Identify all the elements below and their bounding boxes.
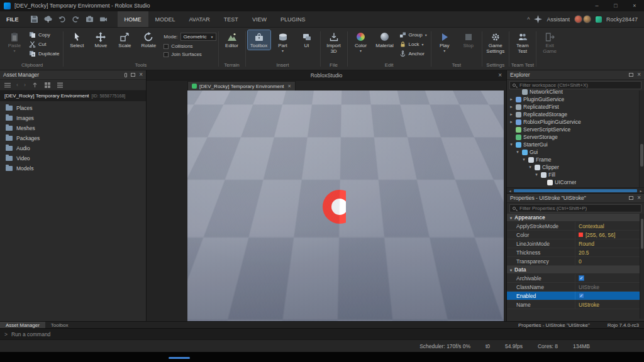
move-tool-button[interactable]: Move [89, 30, 112, 50]
scrollbar-thumb[interactable] [641, 219, 643, 249]
exit-game-button[interactable]: Exit Game [538, 30, 561, 55]
game-settings-button[interactable]: Game Settings [484, 30, 507, 55]
property-row[interactable]: ClassName UIStroke [507, 283, 644, 292]
play-button[interactable]: Play ▾ [433, 30, 456, 54]
property-value[interactable] [575, 292, 644, 300]
import-3d-button[interactable]: Import 3D [323, 30, 345, 55]
explorer-item[interactable]: ▾ Frame [507, 156, 639, 163]
scroll-right-icon[interactable]: ▸ [638, 189, 644, 193]
ui-button[interactable]: UI [296, 30, 318, 50]
expand-arrow-icon[interactable]: ▸ [509, 119, 514, 124]
color-button[interactable]: Color ▾ [350, 30, 372, 54]
property-value[interactable]: 0 [575, 257, 644, 265]
screenshot-icon[interactable] [86, 15, 94, 23]
property-value[interactable]: UIStroke [575, 300, 644, 309]
properties-vertical-scrollbar[interactable] [640, 214, 644, 319]
explorer-item[interactable]: ▸ ReplicatedFirst [507, 103, 639, 111]
join-surfaces-checkbox[interactable] [164, 52, 169, 57]
duplicate-button[interactable]: Duplicate [27, 50, 61, 58]
toolbox-button[interactable]: Toolbox [248, 30, 270, 50]
float-panel-icon[interactable] [131, 73, 135, 77]
property-value[interactable]: Round [575, 239, 644, 248]
close-icon[interactable]: × [139, 72, 143, 78]
property-value[interactable]: Contextual [575, 222, 644, 230]
undo-icon[interactable] [58, 15, 66, 23]
section-data[interactable]: ▾ Data [507, 266, 644, 274]
expand-arrow-icon[interactable]: ▾ [521, 157, 526, 162]
explorer-vertical-scrollbar[interactable] [639, 90, 644, 187]
property-value[interactable] [575, 274, 644, 282]
explorer-item[interactable]: ▾ StarterGui [507, 141, 639, 148]
group-button[interactable]: Group ▾ [397, 31, 429, 39]
checkbox[interactable] [579, 293, 584, 299]
asset-folder-item[interactable]: Meshes [0, 123, 146, 133]
asset-folder-item[interactable]: Video [0, 153, 146, 163]
select-tool-button[interactable]: Select [65, 30, 88, 50]
maximize-button[interactable]: □ [606, 0, 625, 11]
document-tab[interactable]: [DEV_Rocky] Temporary Environment × [187, 81, 296, 90]
explorer-item[interactable]: ▸ RobloxPluginGuiService [507, 118, 639, 126]
forward-icon[interactable]: › [24, 82, 26, 88]
copy-button[interactable]: Copy [27, 31, 61, 39]
ribbon-tab[interactable]: AVATAR [182, 11, 217, 27]
close-icon[interactable]: × [288, 83, 291, 89]
explorer-item[interactable]: ServerStorage [507, 133, 639, 141]
assistant-label[interactable]: Assistant [547, 16, 570, 23]
property-row[interactable]: Color [255, 66, 56] [507, 231, 644, 239]
lock-button[interactable]: Lock ▾ [397, 40, 429, 48]
ribbon-tab[interactable]: PLUGINS [274, 11, 313, 27]
redo-icon[interactable] [72, 15, 80, 23]
cut-button[interactable]: Cut [27, 40, 61, 48]
scroll-left-icon[interactable]: ◂ [507, 189, 513, 193]
material-button[interactable]: Material [374, 30, 396, 50]
save-icon[interactable] [30, 15, 38, 23]
ribbon-tab[interactable]: TEST [217, 11, 245, 27]
join-surfaces-checkbox-row[interactable]: Join Surfaces [164, 52, 216, 57]
property-row[interactable]: Thickness 20.5 [507, 248, 644, 257]
close-icon[interactable]: × [498, 70, 502, 80]
list-view-icon[interactable] [57, 82, 64, 89]
pin-icon[interactable] [125, 73, 127, 77]
property-value[interactable]: UIStroke [575, 283, 644, 291]
explorer-item[interactable]: ▸ ReplicatedStorage [507, 111, 639, 118]
collapse-ribbon-icon[interactable]: ^ [527, 16, 530, 23]
record-video-icon[interactable] [99, 15, 108, 23]
property-row[interactable]: ApplyStrokeMode Contextual [507, 222, 644, 231]
collaborator-avatar[interactable] [583, 15, 591, 23]
file-menu-button[interactable]: FILE [0, 11, 25, 27]
expand-arrow-icon[interactable]: ▾ [534, 172, 539, 177]
ribbon-tab[interactable]: HOME [118, 11, 148, 27]
asset-folder-item[interactable]: Audio [0, 143, 146, 153]
rotate-tool-button[interactable]: Rotate [137, 30, 160, 50]
property-row[interactable]: Name UIStroke [507, 300, 644, 309]
minimize-button[interactable]: – [587, 0, 606, 11]
asset-folder-item[interactable]: Images [0, 113, 146, 123]
ribbon-tab[interactable]: VIEW [245, 11, 274, 27]
float-panel-icon[interactable] [629, 73, 633, 77]
expand-arrow-icon[interactable]: ▾ [515, 150, 520, 155]
float-panel-icon[interactable] [629, 196, 633, 200]
explorer-item[interactable]: ▸ PluginGuiService [507, 96, 639, 103]
explorer-horizontal-scrollbar[interactable]: ◂ ▸ [507, 187, 644, 193]
close-button[interactable]: × [625, 0, 644, 11]
terrain-editor-button[interactable]: Editor [221, 30, 243, 50]
close-icon[interactable]: × [637, 195, 641, 201]
property-value[interactable]: 20.5 [575, 248, 644, 256]
expand-arrow-icon[interactable]: ▾ [528, 165, 533, 170]
expand-arrow-icon[interactable]: ▸ [509, 112, 514, 117]
publish-icon[interactable] [44, 15, 52, 23]
scale-tool-button[interactable]: Scale [113, 30, 136, 50]
ribbon-tab[interactable]: MODEL [148, 11, 182, 27]
asset-folder-item[interactable]: Packages [0, 133, 146, 143]
expand-arrow-icon[interactable]: ▸ [509, 104, 514, 109]
paste-button[interactable]: Paste ▾ [3, 30, 26, 54]
expand-arrow-icon[interactable]: ▸ [509, 97, 514, 102]
collaborator-avatar[interactable] [574, 15, 582, 23]
back-icon[interactable]: ‹ [16, 82, 18, 88]
environment-row[interactable]: [DEV_Rocky] Temporary Environment [ID: 5… [0, 90, 146, 101]
explorer-item[interactable]: UICorner [507, 178, 639, 186]
3d-viewport[interactable] [187, 90, 504, 321]
team-test-button[interactable]: Team Test [511, 30, 534, 55]
asset-folder-item[interactable]: Models [0, 163, 146, 173]
menu-icon[interactable] [4, 83, 11, 87]
